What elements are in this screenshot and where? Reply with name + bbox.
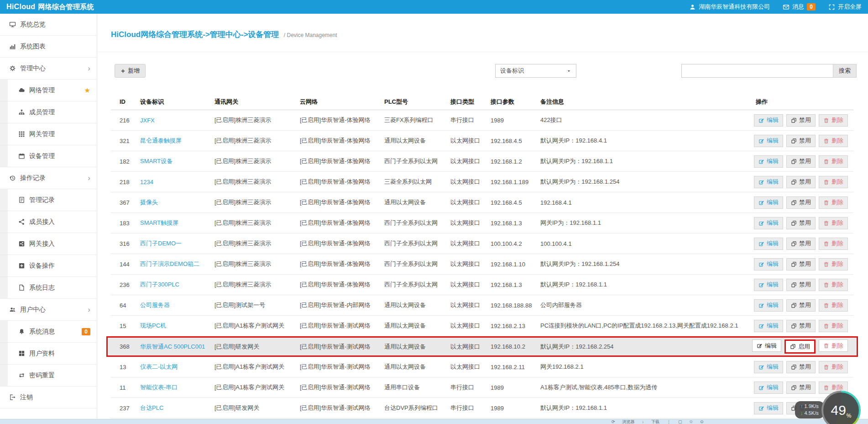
delete-button[interactable]: 删除 (819, 339, 848, 352)
sidebar-item[interactable]: 设备管理 (0, 145, 97, 167)
sidebar-item[interactable]: 成员管理 (0, 101, 97, 123)
edit-button[interactable]: 编辑 (754, 155, 783, 168)
toggle-enable-button[interactable]: 禁用 (786, 135, 816, 147)
cell-plc: 通用串口设备 (384, 383, 450, 392)
delete-button[interactable]: 删除 (819, 238, 848, 250)
clone-icon (791, 385, 797, 391)
device-link[interactable]: 仪表二-以太网 (140, 363, 178, 370)
delete-button[interactable]: 删除 (819, 361, 848, 373)
device-link[interactable]: 1234 (140, 179, 153, 186)
sidebar-item[interactable]: 系统总览 (0, 14, 97, 36)
sidebar-item-label: 网关接入 (29, 240, 55, 248)
delete-button[interactable]: 删除 (819, 176, 848, 188)
edit-button[interactable]: 编辑 (754, 196, 783, 209)
sidebar-item[interactable]: 管理中心 › (0, 58, 97, 80)
toggle-enable-button[interactable]: 禁用 (786, 320, 816, 332)
toggle-enable-button[interactable]: 禁用 (786, 258, 816, 270)
toggle-enable-button[interactable]: 禁用 (786, 114, 816, 127)
device-link[interactable]: 智能仪表-串口 (140, 384, 178, 391)
device-link[interactable]: 华辰智通AC 500PLC001 (140, 343, 205, 350)
edit-button[interactable]: 编辑 (754, 176, 783, 188)
delete-button[interactable]: 删除 (819, 155, 848, 168)
device-link[interactable]: SMART设备 (140, 158, 173, 164)
edit-button[interactable]: 编辑 (754, 258, 783, 270)
toggle-enable-button[interactable]: 禁用 (786, 299, 816, 312)
delete-button[interactable]: 删除 (819, 135, 848, 147)
sidebar-item[interactable]: 密码重置 (0, 365, 97, 387)
device-link[interactable]: JXFX (140, 117, 155, 124)
toggle-enable-button[interactable]: 禁用 (786, 176, 816, 188)
toggle-enable-button[interactable]: 禁用 (786, 279, 816, 291)
toggle-enable-button[interactable]: 禁用 (786, 361, 816, 373)
refresh-icon[interactable]: ⟳ (612, 419, 615, 424)
download-icon[interactable]: ↓ (642, 419, 644, 424)
edit-button[interactable]: 编辑 (754, 135, 783, 147)
delete-button[interactable]: 删除 (819, 258, 848, 270)
cell-param: 1989 (491, 384, 540, 391)
sidebar-item[interactable]: 注销 (0, 387, 97, 408)
delete-button[interactable]: 删除 (819, 196, 848, 209)
table-row: 237 台达PLC [已启用]研发网关 [已启用]华辰智通-测试网络 台达DVP… (111, 398, 853, 419)
toggle-enable-button[interactable]: 禁用 (786, 238, 816, 250)
device-link[interactable]: 摄像头 (140, 199, 158, 206)
delete-button[interactable]: 删除 (819, 114, 848, 127)
toggle-enable-button[interactable]: 启用 (784, 339, 816, 354)
company-menu[interactable]: 湖南华辰智通科技有限公司 (689, 3, 770, 11)
toggle-enable-button[interactable]: 禁用 (786, 382, 816, 394)
edit-button[interactable]: 编辑 (754, 361, 783, 373)
toggle-enable-button[interactable]: 禁用 (786, 196, 816, 209)
sidebar-item[interactable]: 操作记录 › (0, 167, 97, 189)
sidebar-item[interactable]: 网关管理 (0, 123, 97, 145)
device-link[interactable]: 西门子演示DEMO箱二 (140, 260, 199, 267)
device-link[interactable]: 公司服务器 (140, 302, 170, 308)
device-link[interactable]: 昆仑通泰触摸屏 (140, 137, 182, 144)
sidebar-item[interactable]: 用户中心 › (0, 299, 97, 321)
cell-plc: 通用以太网设备 (384, 301, 450, 309)
edit-button[interactable]: 编辑 (754, 320, 783, 332)
sidebar-item[interactable]: 系统消息 0 (0, 321, 97, 343)
sidebar-item[interactable]: 用户资料 (0, 343, 97, 365)
device-link[interactable]: 现场PC机 (140, 322, 166, 329)
delete-button[interactable]: 删除 (819, 320, 848, 332)
edit-button[interactable]: 编辑 (752, 339, 781, 352)
toggle-enable-button[interactable]: 禁用 (786, 155, 816, 168)
device-link[interactable]: 西门子300PLC (140, 281, 179, 288)
network-speed-widget[interactable]: ↑1.9K/s ↓4.5K/s (795, 401, 824, 419)
edit-button[interactable]: 编辑 (754, 114, 783, 127)
sidebar-item[interactable]: 系统日志 (0, 277, 97, 299)
device-filter-select[interactable]: 设备标识 (495, 64, 576, 78)
edit-button[interactable]: 编辑 (754, 279, 783, 291)
device-link[interactable]: 西门子DEMO一 (140, 240, 182, 247)
sidebar-item[interactable]: 管理记录 (0, 189, 97, 211)
edit-button[interactable]: 编辑 (754, 299, 783, 312)
toggle-enable-button[interactable]: 禁用 (786, 217, 816, 229)
device-link[interactable]: SMART触摸屏 (140, 219, 178, 226)
doc-lines-icon (18, 196, 25, 203)
clone-icon (791, 323, 797, 329)
browser-item-label[interactable]: 浏览器 (622, 419, 635, 424)
resource-percent-widget[interactable]: 49% (821, 391, 861, 424)
edit-button[interactable]: 编辑 (754, 217, 783, 229)
window-icon[interactable]: ▢ (678, 419, 682, 424)
download-item-label[interactable]: 下载 (651, 419, 659, 424)
device-link[interactable]: 台达PLC (140, 404, 163, 411)
delete-button[interactable]: 删除 (819, 299, 848, 312)
sidebar-item[interactable]: 成员接入 (0, 211, 97, 233)
search-button[interactable]: 搜索 (833, 64, 857, 78)
edit-button[interactable]: 编辑 (754, 402, 783, 414)
edit-button[interactable]: 编辑 (754, 382, 783, 394)
add-button[interactable]: 新增 (115, 64, 146, 78)
sidebar-item[interactable]: 网关接入 (0, 233, 97, 255)
delete-button[interactable]: 删除 (819, 217, 848, 229)
fullscreen-button[interactable]: 开启全屏 (828, 3, 862, 11)
delete-button[interactable]: 删除 (819, 279, 848, 291)
sidebar-item[interactable]: 设备操作 (0, 255, 97, 277)
star-icon[interactable]: ✩ (690, 419, 693, 424)
sidebar-item[interactable]: 网络管理 ★ (0, 80, 97, 101)
edit-button[interactable]: 编辑 (754, 238, 783, 250)
more-dots-icon[interactable]: ⋮ (667, 419, 671, 424)
messages-menu[interactable]: 消息 0 (783, 3, 816, 11)
sidebar-item[interactable]: 系统图表 (0, 36, 97, 58)
settings-icon[interactable]: ⊙ (700, 419, 704, 424)
search-input[interactable] (681, 64, 833, 78)
